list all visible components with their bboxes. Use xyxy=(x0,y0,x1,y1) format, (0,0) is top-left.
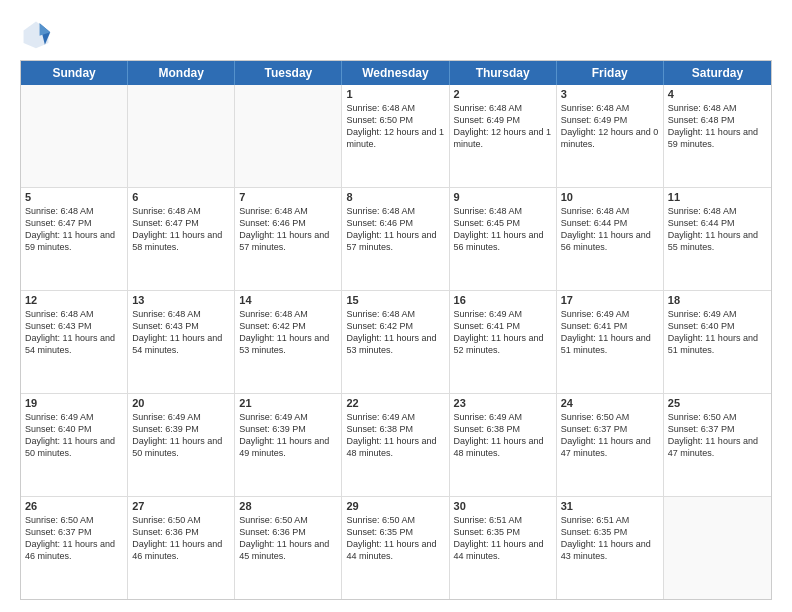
day-number: 21 xyxy=(239,397,337,409)
calendar-day-8: 8Sunrise: 6:48 AM Sunset: 6:46 PM Daylig… xyxy=(342,188,449,290)
calendar-empty-cell xyxy=(235,85,342,187)
day-number: 6 xyxy=(132,191,230,203)
day-info: Sunrise: 6:49 AM Sunset: 6:41 PM Dayligh… xyxy=(561,308,659,357)
day-info: Sunrise: 6:49 AM Sunset: 6:39 PM Dayligh… xyxy=(239,411,337,460)
day-number: 20 xyxy=(132,397,230,409)
day-info: Sunrise: 6:48 AM Sunset: 6:47 PM Dayligh… xyxy=(25,205,123,254)
day-info: Sunrise: 6:50 AM Sunset: 6:37 PM Dayligh… xyxy=(668,411,767,460)
day-number: 3 xyxy=(561,88,659,100)
logo xyxy=(20,18,56,50)
day-info: Sunrise: 6:48 AM Sunset: 6:42 PM Dayligh… xyxy=(346,308,444,357)
logo-icon xyxy=(20,18,52,50)
day-info: Sunrise: 6:48 AM Sunset: 6:49 PM Dayligh… xyxy=(454,102,552,151)
day-number: 11 xyxy=(668,191,767,203)
day-info: Sunrise: 6:48 AM Sunset: 6:42 PM Dayligh… xyxy=(239,308,337,357)
calendar: SundayMondayTuesdayWednesdayThursdayFrid… xyxy=(20,60,772,600)
calendar-day-21: 21Sunrise: 6:49 AM Sunset: 6:39 PM Dayli… xyxy=(235,394,342,496)
header-day-wednesday: Wednesday xyxy=(342,61,449,85)
calendar-day-12: 12Sunrise: 6:48 AM Sunset: 6:43 PM Dayli… xyxy=(21,291,128,393)
day-number: 10 xyxy=(561,191,659,203)
calendar-day-6: 6Sunrise: 6:48 AM Sunset: 6:47 PM Daylig… xyxy=(128,188,235,290)
day-number: 5 xyxy=(25,191,123,203)
calendar-day-26: 26Sunrise: 6:50 AM Sunset: 6:37 PM Dayli… xyxy=(21,497,128,599)
day-number: 8 xyxy=(346,191,444,203)
day-info: Sunrise: 6:49 AM Sunset: 6:39 PM Dayligh… xyxy=(132,411,230,460)
calendar-body: 1Sunrise: 6:48 AM Sunset: 6:50 PM Daylig… xyxy=(21,85,771,599)
day-number: 22 xyxy=(346,397,444,409)
calendar-row-1: 1Sunrise: 6:48 AM Sunset: 6:50 PM Daylig… xyxy=(21,85,771,188)
day-info: Sunrise: 6:48 AM Sunset: 6:46 PM Dayligh… xyxy=(346,205,444,254)
calendar-day-15: 15Sunrise: 6:48 AM Sunset: 6:42 PM Dayli… xyxy=(342,291,449,393)
day-info: Sunrise: 6:49 AM Sunset: 6:40 PM Dayligh… xyxy=(668,308,767,357)
day-number: 30 xyxy=(454,500,552,512)
day-number: 29 xyxy=(346,500,444,512)
calendar-day-25: 25Sunrise: 6:50 AM Sunset: 6:37 PM Dayli… xyxy=(664,394,771,496)
calendar-day-31: 31Sunrise: 6:51 AM Sunset: 6:35 PM Dayli… xyxy=(557,497,664,599)
day-info: Sunrise: 6:48 AM Sunset: 6:43 PM Dayligh… xyxy=(132,308,230,357)
calendar-day-23: 23Sunrise: 6:49 AM Sunset: 6:38 PM Dayli… xyxy=(450,394,557,496)
calendar-day-18: 18Sunrise: 6:49 AM Sunset: 6:40 PM Dayli… xyxy=(664,291,771,393)
day-number: 17 xyxy=(561,294,659,306)
calendar-day-2: 2Sunrise: 6:48 AM Sunset: 6:49 PM Daylig… xyxy=(450,85,557,187)
calendar-row-2: 5Sunrise: 6:48 AM Sunset: 6:47 PM Daylig… xyxy=(21,188,771,291)
day-info: Sunrise: 6:48 AM Sunset: 6:45 PM Dayligh… xyxy=(454,205,552,254)
day-number: 27 xyxy=(132,500,230,512)
calendar-empty-cell xyxy=(128,85,235,187)
day-info: Sunrise: 6:48 AM Sunset: 6:47 PM Dayligh… xyxy=(132,205,230,254)
day-number: 4 xyxy=(668,88,767,100)
calendar-day-29: 29Sunrise: 6:50 AM Sunset: 6:35 PM Dayli… xyxy=(342,497,449,599)
header-day-sunday: Sunday xyxy=(21,61,128,85)
calendar-day-28: 28Sunrise: 6:50 AM Sunset: 6:36 PM Dayli… xyxy=(235,497,342,599)
day-number: 13 xyxy=(132,294,230,306)
day-number: 7 xyxy=(239,191,337,203)
calendar-day-22: 22Sunrise: 6:49 AM Sunset: 6:38 PM Dayli… xyxy=(342,394,449,496)
day-number: 15 xyxy=(346,294,444,306)
day-number: 28 xyxy=(239,500,337,512)
header-day-tuesday: Tuesday xyxy=(235,61,342,85)
day-info: Sunrise: 6:49 AM Sunset: 6:38 PM Dayligh… xyxy=(346,411,444,460)
calendar-row-5: 26Sunrise: 6:50 AM Sunset: 6:37 PM Dayli… xyxy=(21,497,771,599)
calendar-day-30: 30Sunrise: 6:51 AM Sunset: 6:35 PM Dayli… xyxy=(450,497,557,599)
day-number: 16 xyxy=(454,294,552,306)
calendar-day-9: 9Sunrise: 6:48 AM Sunset: 6:45 PM Daylig… xyxy=(450,188,557,290)
calendar-day-11: 11Sunrise: 6:48 AM Sunset: 6:44 PM Dayli… xyxy=(664,188,771,290)
calendar-day-27: 27Sunrise: 6:50 AM Sunset: 6:36 PM Dayli… xyxy=(128,497,235,599)
day-info: Sunrise: 6:49 AM Sunset: 6:40 PM Dayligh… xyxy=(25,411,123,460)
day-info: Sunrise: 6:48 AM Sunset: 6:50 PM Dayligh… xyxy=(346,102,444,151)
day-number: 26 xyxy=(25,500,123,512)
calendar-day-14: 14Sunrise: 6:48 AM Sunset: 6:42 PM Dayli… xyxy=(235,291,342,393)
calendar-day-7: 7Sunrise: 6:48 AM Sunset: 6:46 PM Daylig… xyxy=(235,188,342,290)
calendar-day-4: 4Sunrise: 6:48 AM Sunset: 6:48 PM Daylig… xyxy=(664,85,771,187)
calendar-day-3: 3Sunrise: 6:48 AM Sunset: 6:49 PM Daylig… xyxy=(557,85,664,187)
day-info: Sunrise: 6:48 AM Sunset: 6:48 PM Dayligh… xyxy=(668,102,767,151)
calendar-day-19: 19Sunrise: 6:49 AM Sunset: 6:40 PM Dayli… xyxy=(21,394,128,496)
day-number: 25 xyxy=(668,397,767,409)
day-info: Sunrise: 6:49 AM Sunset: 6:38 PM Dayligh… xyxy=(454,411,552,460)
calendar-day-5: 5Sunrise: 6:48 AM Sunset: 6:47 PM Daylig… xyxy=(21,188,128,290)
day-info: Sunrise: 6:50 AM Sunset: 6:36 PM Dayligh… xyxy=(132,514,230,563)
day-info: Sunrise: 6:50 AM Sunset: 6:36 PM Dayligh… xyxy=(239,514,337,563)
day-info: Sunrise: 6:50 AM Sunset: 6:37 PM Dayligh… xyxy=(25,514,123,563)
day-info: Sunrise: 6:48 AM Sunset: 6:49 PM Dayligh… xyxy=(561,102,659,151)
header-day-friday: Friday xyxy=(557,61,664,85)
day-number: 18 xyxy=(668,294,767,306)
calendar-row-4: 19Sunrise: 6:49 AM Sunset: 6:40 PM Dayli… xyxy=(21,394,771,497)
calendar-day-1: 1Sunrise: 6:48 AM Sunset: 6:50 PM Daylig… xyxy=(342,85,449,187)
day-info: Sunrise: 6:50 AM Sunset: 6:37 PM Dayligh… xyxy=(561,411,659,460)
page: SundayMondayTuesdayWednesdayThursdayFrid… xyxy=(0,0,792,612)
day-number: 14 xyxy=(239,294,337,306)
day-number: 24 xyxy=(561,397,659,409)
day-number: 9 xyxy=(454,191,552,203)
day-number: 31 xyxy=(561,500,659,512)
calendar-row-3: 12Sunrise: 6:48 AM Sunset: 6:43 PM Dayli… xyxy=(21,291,771,394)
day-info: Sunrise: 6:51 AM Sunset: 6:35 PM Dayligh… xyxy=(454,514,552,563)
day-info: Sunrise: 6:49 AM Sunset: 6:41 PM Dayligh… xyxy=(454,308,552,357)
calendar-day-24: 24Sunrise: 6:50 AM Sunset: 6:37 PM Dayli… xyxy=(557,394,664,496)
header-day-monday: Monday xyxy=(128,61,235,85)
day-info: Sunrise: 6:48 AM Sunset: 6:43 PM Dayligh… xyxy=(25,308,123,357)
calendar-header: SundayMondayTuesdayWednesdayThursdayFrid… xyxy=(21,61,771,85)
header xyxy=(20,18,772,50)
calendar-day-20: 20Sunrise: 6:49 AM Sunset: 6:39 PM Dayli… xyxy=(128,394,235,496)
day-number: 12 xyxy=(25,294,123,306)
header-day-saturday: Saturday xyxy=(664,61,771,85)
